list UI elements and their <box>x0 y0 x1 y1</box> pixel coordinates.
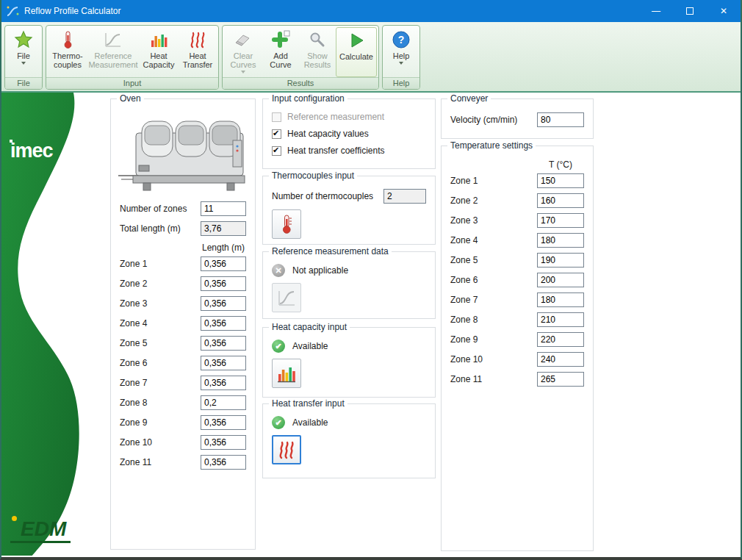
heat-capacity-input-button[interactable] <box>272 359 301 388</box>
thermometer-icon <box>276 214 297 234</box>
length-column-header: Length (m) <box>201 243 246 253</box>
zone-length-input[interactable] <box>201 356 246 370</box>
zone-length-input[interactable] <box>201 256 246 271</box>
zone-temp-input[interactable] <box>537 292 584 307</box>
thermocouples-input-title: Thermocouples input <box>269 170 357 181</box>
heat-capacity-input-groupbox: Heat capacity input ✔ Available <box>262 327 436 398</box>
reference-measurement-data-title: Reference measurement data <box>269 246 392 256</box>
ribbon-caption-file: File <box>5 77 42 89</box>
heat-capacity-status: Available <box>292 341 328 351</box>
oven-groupbox: Oven <box>110 98 256 550</box>
close-button[interactable]: ✕ <box>707 0 741 22</box>
thermometer-icon <box>57 29 78 50</box>
zone-temp-label: Zone 10 <box>450 354 483 365</box>
zone-length-input[interactable] <box>201 395 246 410</box>
velocity-label: Velocity (cm/min) <box>450 115 517 125</box>
zone-temp-input[interactable] <box>537 213 584 228</box>
zone-temp-label: Zone 7 <box>450 295 478 305</box>
imec-logo: imec <box>10 140 53 162</box>
zone-temp-input[interactable] <box>537 233 584 248</box>
play-icon <box>346 30 367 51</box>
calculate-button[interactable]: Calculate <box>336 27 377 77</box>
file-button[interactable]: File <box>7 27 40 77</box>
zone-length-input[interactable] <box>201 276 246 291</box>
zone-length-label: Zone 8 <box>120 398 147 408</box>
ribbon-group-results: Clear Curves Add Curve <box>222 25 379 90</box>
heat-capacity-values-checkbox[interactable] <box>272 129 281 139</box>
oven-groupbox-title: Oven <box>117 93 144 104</box>
zone-length-input[interactable] <box>201 376 246 390</box>
calculate-button-label: Calculate <box>339 52 373 61</box>
heat-transfer-button[interactable]: Heat Transfer <box>179 27 217 77</box>
reference-measurement-checkbox <box>272 112 281 122</box>
heat-waves-icon <box>276 439 297 460</box>
heat-transfer-input-groupbox: Heat transfer input ✔ Available <box>262 403 436 478</box>
app-icon <box>6 4 21 18</box>
zone-length-input[interactable] <box>201 336 246 351</box>
zone-temp-input[interactable] <box>537 253 584 268</box>
add-curve-button[interactable]: Add Curve <box>262 27 299 77</box>
help-icon: ? <box>391 29 411 50</box>
heat-waves-icon <box>187 29 208 50</box>
help-button-label: Help <box>393 51 410 60</box>
zone-temp-input[interactable] <box>537 332 584 347</box>
velocity-input[interactable] <box>537 112 584 127</box>
zone-temp-input[interactable] <box>537 273 584 287</box>
zone-temp-label: Zone 1 <box>450 176 478 186</box>
total-length-label: Total length (m) <box>120 223 181 234</box>
number-of-zones-label: Number of zones <box>120 204 187 214</box>
heat-transfer-button-label: Heat Transfer <box>181 51 215 69</box>
reference-measurement-checkbox-label: Reference measurement <box>287 112 384 122</box>
zone-temp-label: Zone 9 <box>450 334 478 345</box>
dropdown-arrow-icon <box>241 71 245 73</box>
zone-length-label: Zone 2 <box>120 279 147 289</box>
conveyer-title: Conveyer <box>447 93 491 104</box>
zone-temp-input[interactable] <box>537 173 584 188</box>
thermocouples-input-button[interactable] <box>272 209 301 239</box>
input-configuration-groupbox: Input configuration Reference measuremen… <box>262 98 436 169</box>
zone-temp-label: Zone 8 <box>450 315 478 325</box>
reference-measurement-data-groupbox: Reference measurement data ✕ Not applica… <box>262 251 436 319</box>
zone-length-input[interactable] <box>201 455 246 470</box>
maximize-button[interactable] <box>673 0 707 22</box>
zone-length-input[interactable] <box>201 415 246 430</box>
zone-length-input[interactable] <box>201 435 246 450</box>
zone-length-input[interactable] <box>201 316 246 331</box>
zone-temp-input[interactable] <box>537 312 584 327</box>
zone-temp-label: Zone 11 <box>450 374 482 384</box>
zone-length-input[interactable] <box>201 296 246 311</box>
temperature-settings-title: Temperature settings <box>447 140 536 151</box>
minimize-button[interactable]: — <box>639 0 673 22</box>
number-of-thermocouples-input <box>383 189 426 204</box>
zone-temp-input[interactable] <box>537 372 584 387</box>
help-button[interactable]: ? Help <box>384 27 418 77</box>
zone-temp-label: Zone 4 <box>450 235 478 245</box>
heat-capacity-button[interactable]: Heat Capacity <box>139 27 179 77</box>
main-content: imec EDM Oven <box>1 93 741 556</box>
heat-transfer-input-button[interactable] <box>272 435 301 464</box>
reference-measurement-button-label: Reference Measurement <box>88 51 137 69</box>
heat-capacity-input-title: Heat capacity input <box>269 322 350 332</box>
zone-temp-input[interactable] <box>537 193 584 208</box>
ribbon-caption-results: Results <box>223 77 378 89</box>
svg-text:?: ? <box>398 34 405 46</box>
conveyer-groupbox: Conveyer Velocity (cm/min) <box>441 98 594 139</box>
zone-temp-label: Zone 3 <box>450 215 478 226</box>
heat-capacity-values-checkbox-label: Heat capacity values <box>287 129 369 139</box>
eraser-icon <box>233 29 253 50</box>
add-curve-button-label: Add Curve <box>264 51 297 69</box>
ribbon-caption-input: Input <box>46 77 218 89</box>
zone-temp-input[interactable] <box>537 352 584 367</box>
available-check-icon: ✔ <box>272 416 285 429</box>
zone-length-label: Zone 4 <box>120 318 147 329</box>
heat-transfer-coefficients-checkbox-label: Heat transfer coefficients <box>287 146 385 156</box>
number-of-zones-input[interactable] <box>201 201 246 216</box>
window-title: Reflow Profile Calculator <box>24 6 120 16</box>
not-applicable-icon: ✕ <box>272 264 285 277</box>
heat-transfer-coefficients-checkbox[interactable] <box>272 146 281 156</box>
number-of-thermocouples-label: Number of thermocouples <box>272 191 373 201</box>
thermocouples-input-groupbox: Thermocouples input Number of thermocoup… <box>262 176 436 245</box>
star-icon <box>13 29 34 50</box>
zone-length-label: Zone 10 <box>120 437 152 448</box>
thermocouples-button[interactable]: Thermo-couples <box>48 27 87 77</box>
